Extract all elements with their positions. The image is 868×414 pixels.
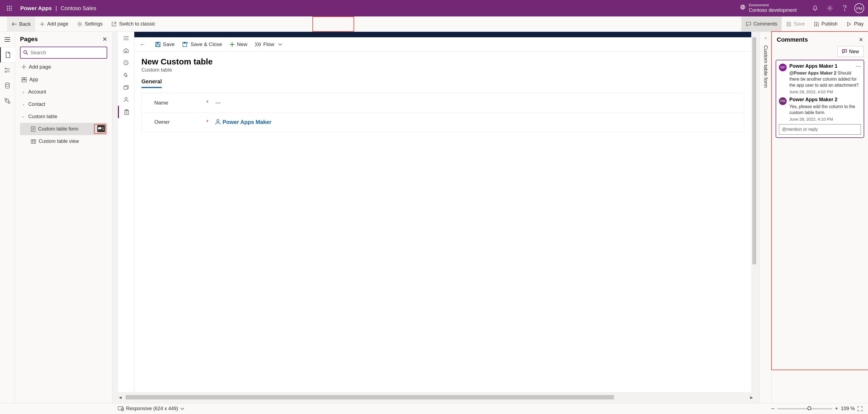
plus-icon bbox=[22, 65, 26, 69]
svg-point-13 bbox=[79, 23, 81, 25]
back-button[interactable]: Back bbox=[7, 17, 35, 32]
field-value: Power Apps Maker bbox=[215, 119, 271, 125]
comment-author: Power Apps Maker 2 bbox=[789, 97, 861, 102]
search-box[interactable] bbox=[20, 47, 107, 59]
user-avatar[interactable]: PM bbox=[854, 3, 864, 13]
search-input[interactable] bbox=[30, 50, 104, 56]
external-icon bbox=[111, 21, 117, 27]
vertical-scrollbar[interactable] bbox=[752, 37, 756, 387]
form-rail-recent-icon[interactable] bbox=[118, 57, 134, 69]
comments-button[interactable]: Comments bbox=[741, 17, 782, 32]
scroll-left-icon[interactable]: ◀ bbox=[118, 395, 123, 400]
fit-icon[interactable] bbox=[858, 406, 863, 411]
form-fields: Name * --- Owner * Power Apps Maker bbox=[142, 93, 744, 132]
form-flow-button[interactable]: Flow bbox=[255, 41, 282, 48]
form-rail-pinned-icon[interactable] bbox=[118, 69, 134, 81]
svg-rect-32 bbox=[156, 45, 159, 47]
switch-classic-button[interactable]: Switch to classic bbox=[107, 17, 159, 32]
form-rail-home-icon[interactable] bbox=[118, 44, 134, 57]
tree-item-custom-table-view[interactable]: Custom table view bbox=[20, 135, 107, 148]
brand: Power Apps | Contoso Sales bbox=[20, 5, 96, 11]
comment-timestamp: June 28, 2022, 4:10 PM bbox=[789, 117, 861, 121]
tree-label: Contact bbox=[28, 101, 45, 107]
field-owner[interactable]: Owner * Power Apps Maker bbox=[142, 112, 744, 131]
tree-item-custom-table[interactable]: › Custom table bbox=[20, 111, 107, 123]
close-icon[interactable]: ✕ bbox=[859, 37, 863, 43]
more-icon[interactable]: ⋯ bbox=[856, 63, 861, 69]
reply-input[interactable]: @mention or reply bbox=[779, 124, 861, 135]
svg-point-35 bbox=[217, 120, 219, 122]
svg-point-5 bbox=[11, 8, 12, 9]
scroll-right-icon[interactable]: ▶ bbox=[749, 395, 754, 400]
tree-item-app[interactable]: App bbox=[20, 73, 107, 86]
field-name[interactable]: Name * --- bbox=[142, 93, 744, 112]
play-icon bbox=[846, 21, 852, 27]
app-header: Power Apps | Contoso Sales Environment C… bbox=[0, 0, 868, 17]
svg-rect-22 bbox=[22, 80, 26, 82]
form-save-close-button[interactable]: Save & Close bbox=[182, 41, 222, 48]
form-save-button[interactable]: Save bbox=[155, 41, 175, 48]
tree-label: App bbox=[29, 77, 38, 83]
zoom-in-icon[interactable]: + bbox=[835, 406, 838, 412]
right-collapsed-tab[interactable]: ‹ Custom table form bbox=[760, 32, 772, 403]
zoom-slider[interactable] bbox=[777, 408, 832, 409]
environment-picker[interactable]: Environment Contoso development bbox=[740, 3, 797, 13]
search-icon bbox=[23, 50, 28, 55]
publish-icon bbox=[814, 21, 819, 27]
pages-title: Pages bbox=[20, 36, 38, 43]
add-page-button[interactable]: Add page bbox=[35, 17, 73, 32]
svg-point-11 bbox=[829, 7, 831, 9]
tree-label: Custom table view bbox=[39, 139, 79, 144]
publish-label: Publish bbox=[822, 21, 838, 27]
chevron-down-icon bbox=[180, 408, 184, 410]
nav-data-icon[interactable] bbox=[0, 78, 15, 93]
form-new-button[interactable]: New bbox=[230, 41, 247, 48]
zoom-out-icon[interactable]: − bbox=[771, 405, 775, 412]
notifications-icon[interactable] bbox=[808, 0, 823, 17]
new-comment-button[interactable]: New bbox=[837, 46, 864, 57]
tree-label: Custom table form bbox=[38, 126, 79, 132]
nav-hamburger-icon[interactable] bbox=[0, 32, 15, 47]
help-icon[interactable] bbox=[837, 0, 852, 17]
comment-avatar: PM bbox=[779, 97, 786, 105]
add-page-label: Add page bbox=[47, 21, 68, 27]
play-button[interactable]: Play bbox=[842, 17, 868, 32]
add-page-row[interactable]: Add page bbox=[20, 60, 107, 73]
comments-label: Comments bbox=[753, 21, 777, 27]
brand-separator: | bbox=[55, 5, 57, 11]
publish-button[interactable]: Publish bbox=[809, 17, 842, 32]
app-name: Contoso Sales bbox=[61, 5, 96, 11]
play-label: Play bbox=[854, 21, 864, 27]
tree-item-contact[interactable]: › Contact bbox=[20, 98, 107, 111]
app-launcher-icon[interactable] bbox=[4, 6, 15, 11]
form-app-header-strip bbox=[134, 32, 751, 37]
comment-count-badge: 1 bbox=[97, 125, 105, 132]
form-rail-hamburger-icon[interactable] bbox=[118, 32, 134, 44]
tree-item-account[interactable]: › Account bbox=[20, 86, 107, 98]
comment-timestamp: June 28, 2022, 4:02 PM bbox=[789, 89, 861, 94]
environment-label: Environment bbox=[749, 3, 797, 7]
tree-item-custom-table-form[interactable]: Custom table form 1 bbox=[20, 123, 107, 135]
nav-automation-icon[interactable] bbox=[0, 93, 15, 109]
app-icon bbox=[22, 77, 27, 82]
settings-button[interactable]: Settings bbox=[73, 17, 107, 32]
form-rail-active-icon[interactable] bbox=[118, 106, 134, 118]
svg-rect-31 bbox=[156, 42, 159, 43]
horizontal-scrollbar[interactable]: ◀ ▶ bbox=[118, 394, 754, 400]
settings-icon[interactable] bbox=[823, 0, 837, 17]
nav-pages-icon[interactable] bbox=[0, 47, 15, 62]
field-label: Name bbox=[154, 100, 206, 106]
close-icon[interactable]: ✕ bbox=[102, 36, 107, 42]
chevron-left-icon[interactable]: ‹ bbox=[765, 35, 767, 41]
tab-general[interactable]: General bbox=[142, 79, 162, 88]
canvas-area: ← Save Save & Close New bbox=[112, 32, 760, 403]
form-rail-person-icon[interactable] bbox=[118, 93, 134, 106]
chevron-down-icon bbox=[278, 43, 282, 46]
svg-rect-24 bbox=[31, 140, 36, 143]
form-tabstrip: General bbox=[134, 75, 751, 88]
responsive-indicator[interactable]: Responsive (624 x 449) bbox=[118, 406, 184, 412]
form-rail-group1-icon[interactable] bbox=[118, 81, 134, 93]
nav-tree-icon[interactable] bbox=[0, 62, 15, 78]
svg-point-15 bbox=[5, 71, 6, 72]
form-back-icon[interactable]: ← bbox=[137, 41, 148, 48]
